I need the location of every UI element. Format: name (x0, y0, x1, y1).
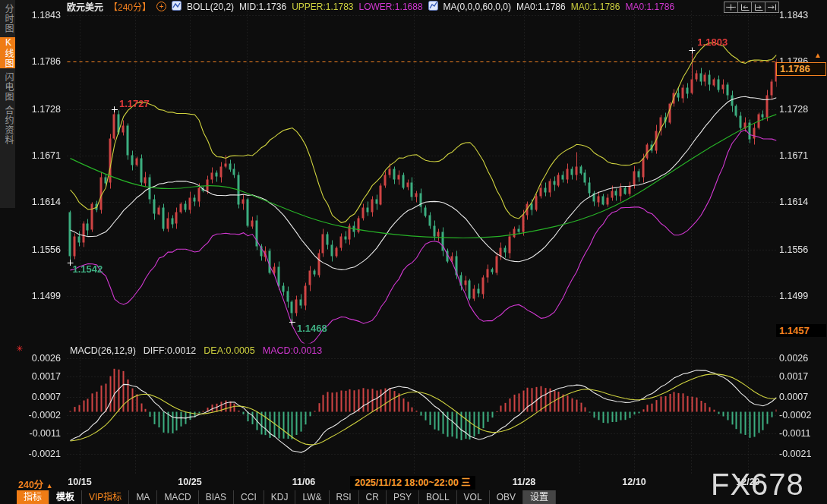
toolbar-item-PSY[interactable]: PSY (387, 490, 419, 504)
price-tick-left: 1.1671 (18, 150, 61, 161)
price-tick-right: 1.1499 (779, 291, 825, 301)
toolbar-item-BOLL[interactable]: BOLL (419, 490, 457, 504)
macd-tick-right: -0.0021 (779, 449, 825, 459)
crosshair-tool-button[interactable] (724, 2, 738, 13)
toolbar-item-VOL[interactable]: VOL (457, 490, 490, 504)
date-label-11/06: 11/06 (277, 477, 330, 487)
price-tick-right: 1.1556 (779, 244, 825, 255)
toolbar-item-BIAS[interactable]: BIAS (199, 490, 234, 504)
sidebar-item-分时图[interactable]: 分时图 (0, 4, 15, 33)
indicator-settings-icon[interactable]: ✳ (16, 344, 23, 354)
macd-tick-left: -0.0002 (18, 410, 61, 421)
toolbar-item-OBV[interactable]: OBV (490, 490, 523, 504)
period-selector[interactable]: 240分 ▲ (18, 477, 53, 491)
price-tick-right: 1.1614 (779, 197, 825, 207)
macd-tick-left: 0.0007 (18, 392, 61, 402)
price-tick-left: 1.1728 (18, 104, 61, 115)
ma0-value-1: MA0:1.1786 (571, 2, 620, 12)
price-tick-left: 1.1556 (18, 244, 61, 255)
arrow-to-edge-icon (767, 4, 777, 11)
trading-app-window: 分时图K线图闪电图合约资料 欧元美元 【240分】 + BOLL(20,2) M… (0, 0, 827, 504)
sidebar-item-合约资料[interactable]: 合约资料 (0, 106, 15, 145)
candlestick-chart-icon[interactable] (172, 1, 181, 13)
price-tick-right: 1.1671 (779, 150, 825, 161)
price-tick-right: 1.1728 (779, 104, 825, 115)
price-tick-right: 1.1843 (779, 10, 825, 20)
boll-label: BOLL(20,2) (187, 2, 234, 12)
toolbar-item-MACD[interactable]: MACD (157, 490, 198, 504)
sidebar-item-K线图[interactable]: K线图 (0, 37, 15, 68)
macd-diff-value: DIFF:0.0012 (144, 345, 196, 356)
ma-values: MA0:1.1786MA0:1.1786MA0:1.1786 (516, 2, 674, 12)
toolbar-item-指标[interactable]: 指标 (17, 490, 49, 504)
macd-tick-left: 0.0017 (18, 371, 61, 382)
circle-plus-icon[interactable]: + (156, 2, 166, 11)
toolbar-item-RSI[interactable]: RSI (330, 490, 359, 504)
price-chart-canvas[interactable] (0, 0, 827, 504)
toolbar-item-LW&[interactable]: LW& (295, 490, 329, 504)
crosshair-date-tooltip: 2025/11/12 18:00~22:00 三 (350, 476, 475, 490)
toolbar-item-KDJ[interactable]: KDJ (264, 490, 296, 504)
boll-lower-value: LOWER:1.1688 (359, 2, 423, 12)
toolbar-item-VIP指标[interactable]: VIP指标 (82, 490, 129, 504)
macd-tick-right: -0.0002 (779, 410, 825, 421)
macd-tick-left: -0.0011 (18, 428, 61, 439)
ma-label: MA(0,0,0,60,0,0) (443, 2, 511, 12)
toolbar-item-CR[interactable]: CR (359, 490, 387, 504)
watermark: FX678 (711, 468, 804, 502)
chart-type-sidebar: 分时图K线图闪电图合约资料 (0, 0, 15, 208)
indicator-toolbar: 指标模板VIP指标MAMACDBIASCCIKDJLW&RSICRPSYBOLL… (17, 490, 556, 504)
move-cross-icon (726, 4, 736, 11)
date-label-12/10: 12/10 (608, 477, 661, 487)
toolbar-item-MA[interactable]: MA (129, 490, 157, 504)
macd-tick-right: 0.0007 (779, 392, 825, 402)
chart-header: 欧元美元 【240分】 + BOLL(20,2) MID:1.1736 UPPE… (67, 1, 674, 12)
crosshair-price-label: 1.1457 (776, 324, 826, 337)
boll-upper-value: UPPER:1.1783 (292, 2, 353, 12)
macd-tick-right: 0.0017 (779, 371, 825, 382)
current-price-label: 1.1786 (776, 62, 826, 76)
ma0-value-2: MA0:1.1786 (625, 2, 674, 12)
macd-tick-right: -0.0011 (779, 428, 825, 439)
macd-tick-right: 0.0026 (779, 353, 825, 364)
toolbar-item-模板[interactable]: 模板 (49, 490, 82, 504)
scroll-left-button[interactable] (737, 2, 752, 13)
price-tick-left: 1.1786 (18, 56, 61, 67)
price-tick-left: 1.1843 (18, 10, 61, 20)
period-title: 【240分】 (109, 0, 151, 13)
scroll-right-button[interactable] (751, 2, 765, 13)
period-dropdown-arrow-icon: ▲ (46, 482, 53, 490)
price-tick-left: 1.1614 (18, 197, 61, 207)
ma0-value-0: MA0:1.1786 (516, 2, 566, 12)
axis-arrow-right-icon (753, 4, 763, 11)
sidebar-item-闪电图[interactable]: 闪电图 (0, 72, 15, 102)
price-up-arrow-icon: ▲ (814, 51, 822, 59)
goto-latest-button[interactable] (765, 2, 779, 13)
date-label-10/25: 10/25 (163, 477, 216, 487)
date-label-11/28: 11/28 (497, 477, 551, 487)
toolbar-item-CCI[interactable]: CCI (234, 490, 264, 504)
macd-title: MACD(26,12,9) (70, 345, 136, 356)
macd-tick-left: 0.0026 (18, 353, 61, 364)
macd-macd-value: MACD:0.0013 (263, 345, 323, 356)
line-chart-icon[interactable] (428, 1, 438, 13)
macd-tick-left: -0.0021 (18, 449, 61, 459)
symbol-title: 欧元美元 (67, 0, 103, 13)
toolbar-item-设置[interactable]: 设置 (523, 490, 556, 504)
macd-dea-value: DEA:0.0005 (204, 345, 254, 356)
axis-arrow-left-icon (740, 4, 750, 11)
price-tick-left: 1.1499 (18, 291, 61, 301)
boll-mid-value: MID:1.1736 (239, 2, 286, 12)
date-label-10/15: 10/15 (53, 477, 106, 487)
period-selector-label: 240分 (18, 480, 43, 490)
macd-header: MACD(26,12,9) DIFF:0.0012 DEA:0.0005 MAC… (70, 345, 322, 356)
